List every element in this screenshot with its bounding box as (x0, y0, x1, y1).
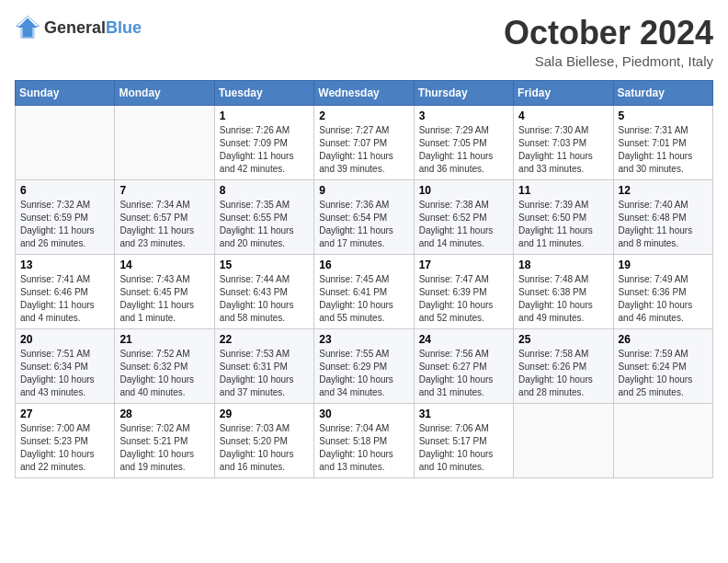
day-number: 23 (319, 333, 408, 346)
day-info: Sunrise: 7:48 AM Sunset: 6:38 PM Dayligh… (518, 273, 608, 325)
day-number: 28 (119, 408, 209, 420)
day-info: Sunrise: 7:39 AM Sunset: 6:50 PM Dayligh… (518, 199, 608, 250)
day-number: 26 (619, 333, 708, 346)
day-number: 13 (20, 259, 109, 271)
day-number: 9 (319, 184, 408, 197)
day-number: 15 (220, 259, 309, 271)
day-number: 14 (119, 259, 209, 271)
calendar-table: SundayMondayTuesdayWednesdayThursdayFrid… (15, 80, 713, 478)
calendar-cell: 16Sunrise: 7:45 AM Sunset: 6:41 PM Dayli… (314, 254, 414, 328)
logo-icon (15, 15, 40, 40)
location-subtitle: Sala Biellese, Piedmont, Italy (504, 53, 713, 69)
day-info: Sunrise: 7:32 AM Sunset: 6:59 PM Dayligh… (20, 199, 109, 250)
day-info: Sunrise: 7:49 AM Sunset: 6:36 PM Dayligh… (619, 273, 708, 325)
day-info: Sunrise: 7:35 AM Sunset: 6:55 PM Dayligh… (220, 199, 309, 250)
week-row-2: 6Sunrise: 7:32 AM Sunset: 6:59 PM Daylig… (16, 179, 713, 254)
week-row-5: 27Sunrise: 7:00 AM Sunset: 5:23 PM Dayli… (16, 403, 713, 477)
day-number: 29 (220, 408, 309, 420)
day-number: 2 (319, 109, 408, 122)
day-info: Sunrise: 7:55 AM Sunset: 6:29 PM Dayligh… (319, 348, 408, 399)
day-info: Sunrise: 7:47 AM Sunset: 6:39 PM Dayligh… (419, 273, 508, 325)
day-number: 21 (119, 333, 209, 346)
day-number: 10 (419, 184, 508, 197)
calendar-cell: 10Sunrise: 7:38 AM Sunset: 6:52 PM Dayli… (414, 179, 513, 254)
logo-text-general: General (44, 18, 106, 37)
calendar-cell: 23Sunrise: 7:55 AM Sunset: 6:29 PM Dayli… (314, 328, 414, 403)
day-number: 25 (518, 333, 608, 346)
calendar-cell: 20Sunrise: 7:51 AM Sunset: 6:34 PM Dayli… (16, 328, 115, 403)
day-info: Sunrise: 7:26 AM Sunset: 7:09 PM Dayligh… (220, 124, 309, 176)
day-number: 27 (20, 408, 109, 420)
calendar-cell: 25Sunrise: 7:58 AM Sunset: 6:26 PM Dayli… (514, 328, 613, 403)
day-number: 30 (319, 408, 408, 420)
calendar-cell: 3Sunrise: 7:29 AM Sunset: 7:05 PM Daylig… (414, 105, 513, 179)
day-header-wednesday: Wednesday (314, 80, 414, 105)
calendar-cell (115, 105, 214, 179)
title-block: October 2024 Sala Biellese, Piedmont, It… (504, 15, 713, 69)
day-info: Sunrise: 7:29 AM Sunset: 7:05 PM Dayligh… (419, 124, 508, 176)
calendar-header: SundayMondayTuesdayWednesdayThursdayFrid… (16, 80, 713, 105)
calendar-cell: 4Sunrise: 7:30 AM Sunset: 7:03 PM Daylig… (514, 105, 613, 179)
calendar-cell: 17Sunrise: 7:47 AM Sunset: 6:39 PM Dayli… (414, 254, 513, 328)
logo: GeneralBlue (15, 15, 142, 40)
calendar-cell: 15Sunrise: 7:44 AM Sunset: 6:43 PM Dayli… (214, 254, 313, 328)
calendar-cell (16, 105, 115, 179)
day-header-friday: Friday (514, 80, 613, 105)
day-info: Sunrise: 7:02 AM Sunset: 5:21 PM Dayligh… (119, 422, 209, 474)
calendar-cell: 8Sunrise: 7:35 AM Sunset: 6:55 PM Daylig… (214, 179, 313, 254)
week-row-4: 20Sunrise: 7:51 AM Sunset: 6:34 PM Dayli… (16, 328, 713, 403)
calendar-cell: 6Sunrise: 7:32 AM Sunset: 6:59 PM Daylig… (16, 179, 115, 254)
day-info: Sunrise: 7:58 AM Sunset: 6:26 PM Dayligh… (518, 348, 608, 399)
day-number: 6 (20, 184, 109, 197)
day-number: 31 (419, 408, 508, 420)
day-info: Sunrise: 7:36 AM Sunset: 6:54 PM Dayligh… (319, 199, 408, 250)
calendar-cell: 11Sunrise: 7:39 AM Sunset: 6:50 PM Dayli… (514, 179, 613, 254)
calendar-cell: 18Sunrise: 7:48 AM Sunset: 6:38 PM Dayli… (514, 254, 613, 328)
calendar-cell: 19Sunrise: 7:49 AM Sunset: 6:36 PM Dayli… (613, 254, 712, 328)
day-number: 11 (518, 184, 608, 197)
day-info: Sunrise: 7:38 AM Sunset: 6:52 PM Dayligh… (419, 199, 508, 250)
day-number: 20 (20, 333, 109, 346)
day-info: Sunrise: 7:40 AM Sunset: 6:48 PM Dayligh… (619, 199, 708, 250)
day-number: 22 (220, 333, 309, 346)
calendar-cell: 9Sunrise: 7:36 AM Sunset: 6:54 PM Daylig… (314, 179, 414, 254)
calendar-cell: 31Sunrise: 7:06 AM Sunset: 5:17 PM Dayli… (414, 403, 513, 477)
day-info: Sunrise: 7:03 AM Sunset: 5:20 PM Dayligh… (220, 422, 309, 474)
month-title: October 2024 (504, 15, 713, 52)
calendar-cell: 5Sunrise: 7:31 AM Sunset: 7:01 PM Daylig… (613, 105, 712, 179)
day-info: Sunrise: 7:04 AM Sunset: 5:18 PM Dayligh… (319, 422, 408, 474)
day-info: Sunrise: 7:00 AM Sunset: 5:23 PM Dayligh… (20, 422, 109, 474)
day-info: Sunrise: 7:30 AM Sunset: 7:03 PM Dayligh… (518, 124, 608, 176)
calendar-cell: 13Sunrise: 7:41 AM Sunset: 6:46 PM Dayli… (16, 254, 115, 328)
day-header-sunday: Sunday (16, 80, 115, 105)
logo-text-blue: Blue (106, 18, 142, 37)
day-header-saturday: Saturday (613, 80, 712, 105)
day-number: 5 (619, 109, 708, 122)
week-row-3: 13Sunrise: 7:41 AM Sunset: 6:46 PM Dayli… (16, 254, 713, 328)
day-info: Sunrise: 7:44 AM Sunset: 6:43 PM Dayligh… (220, 273, 309, 325)
day-info: Sunrise: 7:53 AM Sunset: 6:31 PM Dayligh… (220, 348, 309, 399)
day-header-thursday: Thursday (414, 80, 513, 105)
day-info: Sunrise: 7:45 AM Sunset: 6:41 PM Dayligh… (319, 273, 408, 325)
day-info: Sunrise: 7:43 AM Sunset: 6:45 PM Dayligh… (119, 273, 209, 325)
calendar-body: 1Sunrise: 7:26 AM Sunset: 7:09 PM Daylig… (16, 105, 713, 477)
calendar-cell: 30Sunrise: 7:04 AM Sunset: 5:18 PM Dayli… (314, 403, 414, 477)
calendar-cell: 21Sunrise: 7:52 AM Sunset: 6:32 PM Dayli… (115, 328, 214, 403)
day-info: Sunrise: 7:31 AM Sunset: 7:01 PM Dayligh… (619, 124, 708, 176)
day-info: Sunrise: 7:59 AM Sunset: 6:24 PM Dayligh… (619, 348, 708, 399)
day-info: Sunrise: 7:56 AM Sunset: 6:27 PM Dayligh… (419, 348, 508, 399)
day-number: 8 (220, 184, 309, 197)
day-info: Sunrise: 7:52 AM Sunset: 6:32 PM Dayligh… (119, 348, 209, 399)
calendar-cell: 22Sunrise: 7:53 AM Sunset: 6:31 PM Dayli… (214, 328, 313, 403)
day-header-monday: Monday (115, 80, 214, 105)
calendar-cell: 12Sunrise: 7:40 AM Sunset: 6:48 PM Dayli… (613, 179, 712, 254)
day-info: Sunrise: 7:27 AM Sunset: 7:07 PM Dayligh… (319, 124, 408, 176)
day-number: 16 (319, 259, 408, 271)
day-number: 24 (419, 333, 508, 346)
calendar-cell (514, 403, 613, 477)
page-header: GeneralBlue October 2024 Sala Biellese, … (15, 15, 713, 69)
day-info: Sunrise: 7:41 AM Sunset: 6:46 PM Dayligh… (20, 273, 109, 325)
calendar-cell: 28Sunrise: 7:02 AM Sunset: 5:21 PM Dayli… (115, 403, 214, 477)
day-info: Sunrise: 7:06 AM Sunset: 5:17 PM Dayligh… (419, 422, 508, 474)
day-number: 3 (419, 109, 508, 122)
